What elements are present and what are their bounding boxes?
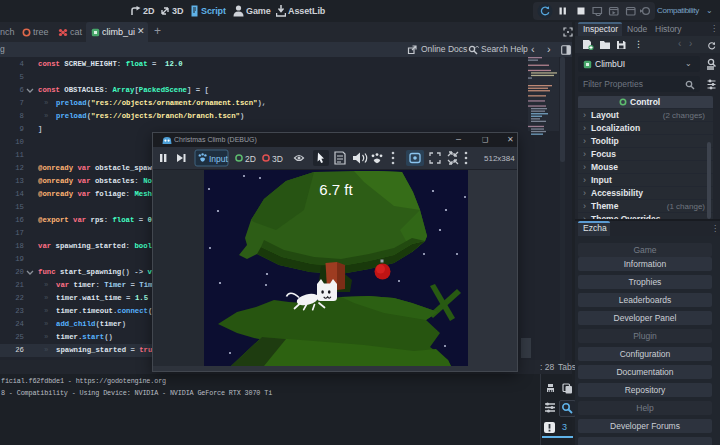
svg-text:3D: 3D: [272, 154, 283, 164]
svg-text:512x384: 512x384: [484, 154, 515, 163]
svg-text:Input: Input: [209, 154, 229, 164]
svg-text:6.7 ft: 6.7 ft: [319, 181, 353, 198]
svg-text:2D: 2D: [245, 154, 256, 164]
